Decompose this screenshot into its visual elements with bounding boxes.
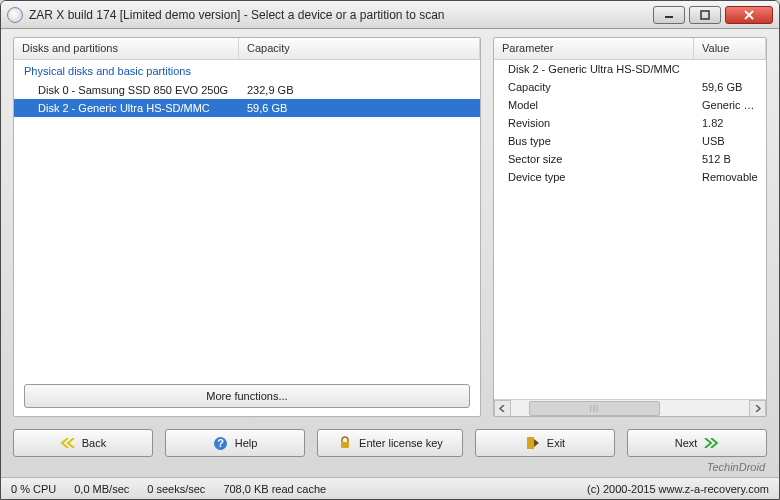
disk-capacity: 59,6 GB (239, 101, 480, 115)
svg-rect-7 (527, 437, 534, 449)
detail-param: Model (494, 98, 694, 112)
svg-rect-1 (701, 11, 709, 19)
enter-license-button[interactable]: Enter license key (317, 429, 463, 457)
back-button[interactable]: Back (13, 429, 153, 457)
window-controls (649, 6, 773, 24)
scroll-thumb[interactable] (529, 401, 660, 416)
exit-label: Exit (547, 437, 565, 449)
status-seeks: 0 seeks/sec (147, 483, 205, 495)
window-title: ZAR X build 174 [Limited demo version] -… (29, 8, 649, 22)
detail-value: 59,6 GB (694, 80, 766, 94)
column-parameter[interactable]: Parameter (494, 38, 694, 59)
detail-value: 1.82 (694, 116, 766, 130)
disk-row[interactable]: Disk 0 - Samsung SSD 850 EVO 250G232,9 G… (14, 81, 480, 99)
detail-row: Capacity59,6 GB (494, 78, 766, 96)
app-icon (7, 7, 23, 23)
status-mbs: 0,0 MB/sec (74, 483, 129, 495)
maximize-button[interactable] (689, 6, 721, 24)
detail-param: Disk 2 - Generic Ultra HS-SD/MMC (494, 62, 694, 76)
disk-name: Disk 2 - Generic Ultra HS-SD/MMC (14, 101, 239, 115)
disk-name: Disk 0 - Samsung SSD 850 EVO 250G (14, 83, 239, 97)
detail-row: ModelGeneric Ultra HS (494, 96, 766, 114)
detail-value: USB (694, 134, 766, 148)
scroll-track[interactable] (511, 400, 749, 417)
app-window: ZAR X build 174 [Limited demo version] -… (0, 0, 780, 500)
help-button[interactable]: ? Help (165, 429, 305, 457)
minimize-button[interactable] (653, 6, 685, 24)
status-cpu: 0 % CPU (11, 483, 56, 495)
panels: Disks and partitions Capacity Physical d… (13, 37, 767, 417)
detail-value: Generic Ultra HS (694, 98, 766, 112)
status-copyright: (c) 2000-2015 www.z-a-recovery.com (587, 483, 769, 495)
detail-param: Device type (494, 170, 694, 184)
detail-param: Bus type (494, 134, 694, 148)
scroll-left-icon[interactable] (494, 400, 511, 417)
help-label: Help (235, 437, 258, 449)
titlebar: ZAR X build 174 [Limited demo version] -… (1, 1, 779, 29)
disk-row[interactable]: Disk 2 - Generic Ultra HS-SD/MMC59,6 GB (14, 99, 480, 117)
button-bar: Back ? Help Enter license key Exit Next (13, 429, 767, 457)
detail-value: 512 B (694, 152, 766, 166)
detail-row: Bus typeUSB (494, 132, 766, 150)
details-header: Parameter Value (494, 38, 766, 60)
column-value[interactable]: Value (694, 38, 766, 59)
disks-header: Disks and partitions Capacity (14, 38, 480, 60)
client-area: Disks and partitions Capacity Physical d… (13, 37, 767, 469)
detail-value (694, 68, 766, 70)
detail-value: Removable (694, 170, 766, 184)
exit-icon (525, 435, 541, 451)
disk-group-label: Physical disks and basic partitions (14, 60, 480, 81)
details-panel: Parameter Value Disk 2 - Generic Ultra H… (493, 37, 767, 417)
details-list: Disk 2 - Generic Ultra HS-SD/MMCCapacity… (494, 60, 766, 399)
more-functions-button[interactable]: More functions... (24, 384, 470, 408)
back-label: Back (82, 437, 106, 449)
next-button[interactable]: Next (627, 429, 767, 457)
detail-param: Sector size (494, 152, 694, 166)
disk-capacity: 232,9 GB (239, 83, 480, 97)
column-capacity[interactable]: Capacity (239, 38, 480, 59)
disks-panel: Disks and partitions Capacity Physical d… (13, 37, 481, 417)
detail-row: Revision1.82 (494, 114, 766, 132)
close-button[interactable] (725, 6, 773, 24)
help-icon: ? (213, 435, 229, 451)
detail-row: Disk 2 - Generic Ultra HS-SD/MMC (494, 60, 766, 78)
column-disks[interactable]: Disks and partitions (14, 38, 239, 59)
detail-param: Revision (494, 116, 694, 130)
next-icon (703, 435, 719, 451)
disks-list[interactable]: Physical disks and basic partitions Disk… (14, 60, 480, 378)
license-label: Enter license key (359, 437, 443, 449)
statusbar: 0 % CPU 0,0 MB/sec 0 seeks/sec 708,0 KB … (1, 477, 779, 499)
back-icon (60, 435, 76, 451)
detail-param: Capacity (494, 80, 694, 94)
detail-row: Sector size512 B (494, 150, 766, 168)
detail-row: Device typeRemovable (494, 168, 766, 186)
svg-rect-6 (341, 442, 349, 448)
scroll-right-icon[interactable] (749, 400, 766, 417)
exit-button[interactable]: Exit (475, 429, 615, 457)
details-hscrollbar[interactable] (494, 399, 766, 416)
lock-icon (337, 435, 353, 451)
svg-text:?: ? (217, 437, 224, 449)
status-cache: 708,0 KB read cache (223, 483, 326, 495)
next-label: Next (675, 437, 698, 449)
